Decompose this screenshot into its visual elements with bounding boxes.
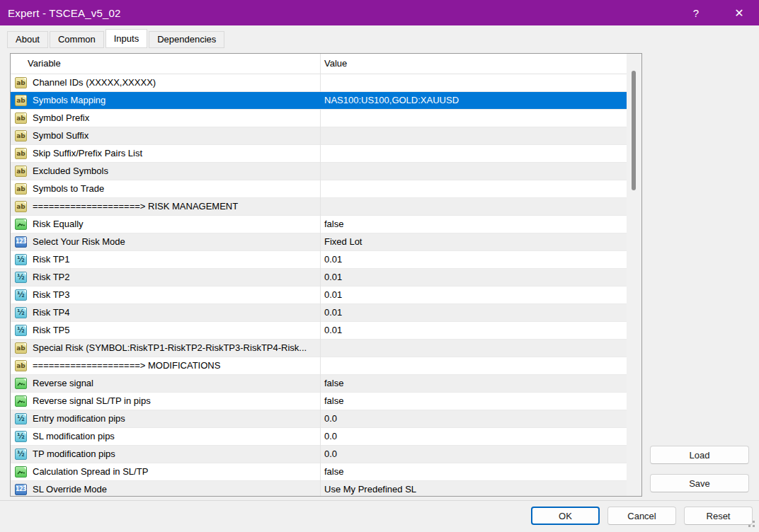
variable-name: Risk Equally	[33, 219, 84, 229]
variable-value[interactable]: Fixed Lot	[324, 236, 362, 247]
variable-name: Skip Suffix/Prefix Pairs List	[33, 148, 142, 158]
input-row[interactable]: abChannel IDs (XXXXX,XXXXX)	[11, 74, 627, 92]
input-row[interactable]: ½SL modification pips0.0	[11, 428, 627, 446]
variable-value[interactable]: Use My Predefined SL	[324, 484, 416, 495]
input-row[interactable]: ½TP modification pips0.0	[11, 446, 627, 463]
input-row[interactable]: ½Risk TP40.01	[11, 304, 627, 322]
input-row[interactable]: ½Risk TP30.01	[11, 287, 627, 304]
integer-input-icon: 123	[15, 484, 27, 495]
string-input-icon: ab	[15, 166, 27, 177]
variable-name: Risk TP1	[33, 254, 70, 265]
input-row[interactable]: ½Risk TP20.01	[11, 269, 627, 287]
double-input-icon: ½	[15, 325, 27, 336]
string-input-icon: ab	[15, 360, 27, 371]
variable-value[interactable]: 0.01	[324, 307, 342, 318]
input-row[interactable]: ½Entry modification pips0.0	[11, 410, 627, 428]
variable-name: Risk TP5	[33, 325, 70, 335]
variable-name: ====================> MODIFICATIONS	[33, 360, 220, 371]
string-input-icon: ab	[15, 130, 27, 141]
variable-name: Symbol Suffix	[33, 130, 89, 141]
table-header: Variable Value	[11, 54, 641, 74]
string-input-icon: ab	[15, 112, 27, 124]
expert-properties-dialog: Expert - TSCEA_v5_02 ? ✕ AboutCommonInpu…	[0, 0, 759, 532]
variable-name: Reverse signal	[33, 378, 93, 388]
input-row[interactable]: abSkip Suffix/Prefix Pairs List	[11, 145, 627, 163]
variable-name: ====================> RISK MANAGEMENT	[33, 201, 238, 212]
input-row[interactable]: 123Select Your Risk ModeFixed Lot	[11, 233, 627, 251]
column-header-variable: Variable	[28, 58, 61, 69]
input-row[interactable]: ab====================> MODIFICATIONS	[11, 357, 627, 375]
reset-button[interactable]: Reset	[684, 507, 753, 525]
input-row[interactable]: ab====================> RISK MANAGEMENT	[11, 198, 627, 216]
variable-name: Risk TP4	[33, 307, 70, 318]
vertical-scrollbar[interactable]	[627, 54, 641, 496]
string-input-icon: ab	[15, 148, 27, 159]
variable-value[interactable]: NAS100:US100,GOLD:XAUUSD	[324, 95, 459, 105]
variable-value[interactable]: 0.0	[324, 413, 337, 424]
variable-value[interactable]: false	[324, 219, 343, 229]
variable-value[interactable]: 0.01	[324, 289, 342, 300]
variable-value[interactable]: false	[324, 466, 343, 477]
input-row[interactable]: abSymbols to Trade	[11, 180, 627, 198]
variable-name: Select Your Risk Mode	[33, 236, 125, 247]
close-icon[interactable]: ✕	[724, 0, 755, 25]
variable-name: Channel IDs (XXXXX,XXXXX)	[33, 77, 156, 88]
variable-value[interactable]: 0.0	[324, 449, 337, 459]
title-bar[interactable]: Expert - TSCEA_v5_02 ? ✕	[0, 0, 759, 25]
variable-name: SL modification pips	[33, 431, 115, 441]
variable-value[interactable]: 0.01	[324, 254, 342, 265]
scrollbar-thumb[interactable]	[632, 71, 636, 190]
help-button[interactable]: ?	[681, 0, 711, 25]
variable-name: Symbol Prefix	[33, 112, 89, 123]
input-row[interactable]: ½Risk TP10.01	[11, 251, 627, 269]
input-row[interactable]: Risk Equallyfalse	[11, 216, 627, 233]
input-row[interactable]: Calculation Spread in SL/TPfalse	[11, 463, 627, 481]
double-input-icon: ½	[15, 289, 27, 301]
double-input-icon: ½	[15, 272, 27, 283]
variable-value[interactable]: false	[324, 395, 343, 406]
column-divider	[320, 54, 321, 496]
variable-name: Entry modification pips	[33, 413, 125, 424]
integer-input-icon: 123	[15, 236, 27, 248]
string-input-icon: ab	[15, 342, 27, 354]
boolean-input-icon	[15, 378, 27, 389]
tab-about[interactable]: About	[7, 31, 48, 48]
input-row[interactable]: Reverse signal SL/TP in pipsfalse	[11, 393, 627, 410]
inputs-table: Variable Value abChannel IDs (XXXXX,XXXX…	[10, 53, 642, 497]
variable-name: Symbols to Trade	[33, 183, 104, 194]
input-row[interactable]: abSymbol Prefix	[11, 110, 627, 127]
tab-bar: AboutCommonInputsDependencies	[7, 31, 226, 48]
input-row[interactable]: abSpecial Risk (SYMBOL:RiskTP1-RiskTP2-R…	[11, 340, 627, 357]
input-row[interactable]: abSymbol Suffix	[11, 127, 627, 145]
tab-common[interactable]: Common	[50, 31, 104, 48]
input-row[interactable]: abSymbols MappingNAS100:US100,GOLD:XAUUS…	[11, 92, 627, 110]
boolean-input-icon	[15, 466, 27, 478]
ok-button[interactable]: OK	[531, 507, 600, 525]
double-input-icon: ½	[15, 413, 27, 424]
table-rows: abChannel IDs (XXXXX,XXXXX)abSymbols Map…	[11, 74, 627, 497]
variable-name: Risk TP2	[33, 272, 70, 282]
string-input-icon: ab	[15, 183, 27, 195]
double-input-icon: ½	[15, 307, 27, 318]
variable-value[interactable]: false	[324, 378, 343, 388]
variable-name: Special Risk (SYMBOL:RiskTP1-RiskTP2-Ris…	[33, 342, 307, 353]
variable-value[interactable]: 0.0	[324, 431, 337, 441]
double-input-icon: ½	[15, 431, 27, 442]
resize-grip[interactable]	[746, 520, 755, 530]
cancel-button[interactable]: Cancel	[607, 507, 676, 525]
input-row[interactable]: 123SL Override ModeUse My Predefined SL	[11, 481, 627, 497]
variable-name: Calculation Spread in SL/TP	[33, 466, 148, 477]
boolean-input-icon	[15, 219, 27, 230]
input-row[interactable]: Reverse signalfalse	[11, 375, 627, 393]
tab-inputs[interactable]: Inputs	[105, 29, 147, 48]
load-button[interactable]: Load	[650, 446, 749, 464]
double-input-icon: ½	[15, 254, 27, 265]
save-button[interactable]: Save	[650, 474, 749, 492]
tab-dependencies[interactable]: Dependencies	[149, 31, 224, 48]
input-row[interactable]: abExcluded Symbols	[11, 163, 627, 180]
variable-value[interactable]: 0.01	[324, 325, 342, 335]
input-row[interactable]: ½Risk TP50.01	[11, 322, 627, 340]
variable-name: Reverse signal SL/TP in pips	[33, 395, 151, 406]
string-input-icon: ab	[15, 77, 27, 88]
variable-value[interactable]: 0.01	[324, 272, 342, 282]
